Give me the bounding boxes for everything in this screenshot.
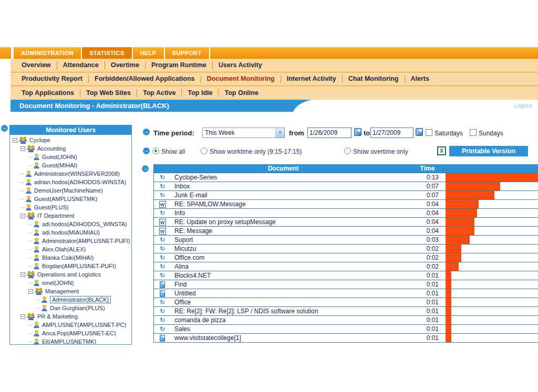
user-icon xyxy=(33,246,40,253)
sundays-checkbox[interactable] xyxy=(470,129,477,136)
tree-item-eli-amplusnetmk[interactable]: Eli(AMPLUSNETMK) xyxy=(10,337,131,345)
tree-expander-icon[interactable]: − xyxy=(13,138,17,143)
user-icon xyxy=(33,229,40,236)
tree-item-adi-hodos-adihodos-winsta[interactable]: adi.hodos(ADIHODOS_WINSTA) xyxy=(10,220,131,228)
sync-document-icon: ↻ xyxy=(159,192,166,198)
tree-expander-icon[interactable]: − xyxy=(20,272,25,277)
tree-item-guest-mihai[interactable]: Guest(MIHAI) xyxy=(10,161,131,169)
table-row: ↻Suport0:03 xyxy=(154,236,538,245)
time-bar-track xyxy=(446,200,538,208)
submenu-item-attendance[interactable]: Attendance xyxy=(57,61,105,69)
menubar-item-administration[interactable]: ADMINISTRATION xyxy=(14,47,82,59)
tree-item-cyclope[interactable]: −Cyclope xyxy=(10,136,131,144)
tree-connector xyxy=(20,190,24,191)
excel-export-icon[interactable]: X xyxy=(437,146,446,155)
monitored-users-header: Monitored Users xyxy=(10,125,131,135)
users-tree: −Cyclope−AccountingGuest(JOHN)Guest(MIHA… xyxy=(10,135,131,345)
menubar-item-statistics[interactable]: STATISTICS xyxy=(82,47,133,59)
document-cell: ↻Inbox xyxy=(154,182,412,190)
from-date-input[interactable] xyxy=(307,128,351,138)
tree-item-demouser-machinename[interactable]: DemoUser(MachineName) xyxy=(10,186,131,195)
time-bar-track xyxy=(446,334,538,342)
tree-item-bogdan-amplusnet-pufi[interactable]: Bogdan(AMPLUSNET-PUFI) xyxy=(10,262,131,270)
tree-connector xyxy=(28,342,32,342)
sundays-label: Sundays xyxy=(479,130,503,137)
tree-item-ionel-john[interactable]: ionel(JOHN) xyxy=(10,279,131,287)
submenu-item-chat-monitoring[interactable]: Chat Monitoring xyxy=(343,75,405,83)
tree-item-anca-pop-amplusnet-ec[interactable]: Anca.Pop(AMPLUSNET-EC) xyxy=(10,329,131,337)
submenu-item-overview[interactable]: Overview xyxy=(16,61,57,69)
document-cell: www.visitstatecollege[1] xyxy=(154,334,412,342)
monitored-users-panel: Monitored Users −Cyclope−AccountingGuest… xyxy=(9,125,132,345)
printable-version-button[interactable]: Printable Version xyxy=(449,146,528,156)
radio-label-show-overtime-only: Show overtime only xyxy=(353,148,408,155)
table-row: ↻Info0:04 xyxy=(154,209,538,218)
tree-expander-icon[interactable]: − xyxy=(20,214,25,218)
time-value: 0:07 xyxy=(412,182,442,190)
page-title-ribbon: Document Monitoring - Administrator(BLAC… xyxy=(11,100,288,112)
tree-item-label: Bogdan(AMPLUSNET-PUFI) xyxy=(42,263,116,269)
submenu-item-top-active[interactable]: Top Active xyxy=(137,89,182,97)
tree-item-it-department[interactable]: −IT Department xyxy=(10,211,131,220)
tree-item-dan-gurghian-plus[interactable]: Dan Gurghian(PLUS) xyxy=(10,304,131,312)
tree-item-guest-plus[interactable]: Guest(PLUS) xyxy=(10,203,131,211)
tree-item-administrator-winserver2008[interactable]: Administrator(WINSERVER2008) xyxy=(10,169,131,178)
tree-item-administrator-black[interactable]: Administrator(BLACK) xyxy=(10,295,131,304)
tree-item-operations-and-logistics[interactable]: −Operations and Logistics xyxy=(10,270,131,279)
tree-item-pr-marketing[interactable]: −PR & Marketing xyxy=(10,312,131,321)
tree-item-adrian-hodos-adihodos-winsta[interactable]: adrian.hodos(ADIHODOS-WINSTA) xyxy=(10,178,131,186)
time-bar-track xyxy=(446,209,538,217)
submenu-item-top-idle[interactable]: Top Idle xyxy=(182,89,219,97)
radio-show-worktime-only-9-15-17-15[interactable] xyxy=(201,147,208,154)
tree-item-management[interactable]: −Management xyxy=(10,287,131,295)
document-file-icon xyxy=(159,290,166,297)
time-bar xyxy=(446,325,451,333)
radio-show-overtime-only[interactable] xyxy=(344,147,351,154)
submenu-item-top-online[interactable]: Top Online xyxy=(219,89,264,97)
time-value: 0:01 xyxy=(412,280,442,289)
time-bar xyxy=(446,271,451,280)
tree-expander-icon[interactable]: − xyxy=(20,314,25,319)
tree-item-alex-olah-alex[interactable]: Alex.Olah(ALEX) xyxy=(10,245,131,253)
tree-item-label: Eli(AMPLUSNETMK) xyxy=(42,338,96,345)
time-bar-track xyxy=(446,191,538,199)
menubar-item-help[interactable]: HELP xyxy=(133,47,165,59)
time-period-select[interactable]: This Week ▼ xyxy=(202,128,285,138)
tree-expander-icon[interactable]: − xyxy=(28,289,33,294)
submenu-item-document-monitoring[interactable]: Document Monitoring xyxy=(201,75,281,83)
logout-link[interactable]: Logout xyxy=(514,102,532,109)
document-name: comanda de pizza xyxy=(174,316,225,324)
submenu-item-internet-activity[interactable]: Internet Activity xyxy=(281,75,343,83)
document-cell: ↻Office.com xyxy=(154,253,412,262)
chevron-down-icon[interactable]: ▼ xyxy=(275,128,284,137)
submenu-item-top-web-sites[interactable]: Top Web Sites xyxy=(80,89,137,97)
tree-item-guest-amplusnetmk[interactable]: Guest(AMPLUSNETMK) xyxy=(10,195,131,203)
submenu-item-top-applications[interactable]: Top Applications xyxy=(16,89,80,97)
time-bar-track xyxy=(446,173,538,182)
tree-expander-icon[interactable]: − xyxy=(20,146,25,151)
radio-show-all[interactable] xyxy=(152,147,159,154)
table-row: ↻Alina0:02 xyxy=(154,262,538,271)
tree-item-label: Administrator(AMPLUSNET-PUFI) xyxy=(42,238,130,244)
time-value: 0:04 xyxy=(412,227,442,235)
time-bar-track xyxy=(446,271,538,280)
to-date-input[interactable] xyxy=(370,128,413,138)
tree-item-guest-john[interactable]: Guest(JOHN) xyxy=(10,153,131,161)
document-cell: ↻Blocks4.NET xyxy=(154,271,412,280)
to-calendar-icon[interactable] xyxy=(416,128,423,136)
tree-item-blanka-csiki-mihai[interactable]: Blanka Csiki(MIHAI) xyxy=(10,253,131,262)
saturdays-checkbox[interactable] xyxy=(426,129,432,136)
submenu-item-productivity-report[interactable]: Productivity Report xyxy=(16,75,89,83)
submenu-item-forbidden-allowed-applications[interactable]: Forbidden/Allowed Applications xyxy=(89,75,201,83)
tree-item-administrator-amplusnet-pufi[interactable]: Administrator(AMPLUSNET-PUFI) xyxy=(10,237,131,245)
from-calendar-icon[interactable] xyxy=(354,128,361,136)
submenu-item-alerts[interactable]: Alerts xyxy=(405,75,435,83)
tree-item-amplusnet-amplusnet-pc[interactable]: AMPLUSNET(AMPLUSNET-PC) xyxy=(10,321,131,329)
submenu-item-users-activity[interactable]: Users Activity xyxy=(213,61,268,69)
submenu-item-program-runtime[interactable]: Program Runtime xyxy=(146,61,213,69)
tree-item-accounting[interactable]: −Accounting xyxy=(10,144,131,153)
menubar-item-support[interactable]: SUPPORT xyxy=(165,47,210,59)
submenu-item-overtime[interactable]: Overtime xyxy=(105,61,146,69)
tree-item-adi-hodos-miaumiau[interactable]: adi.hodos(MIAUMIAU) xyxy=(10,228,131,237)
time-bar xyxy=(446,316,451,324)
